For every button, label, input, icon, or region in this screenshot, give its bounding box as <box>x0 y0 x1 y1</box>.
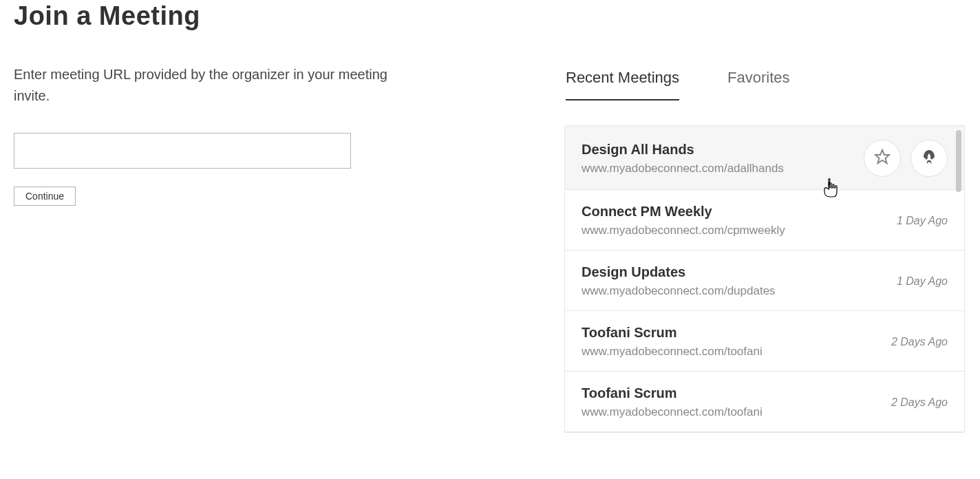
meeting-url: www.myadobeconnect.com/dupdates <box>582 284 776 298</box>
meeting-info: Design Updates www.myadobeconnect.com/du… <box>582 264 776 298</box>
meeting-url: www.myadobeconnect.com/cpmweekly <box>582 224 785 237</box>
meeting-url: www.myadobeconnect.com/adallhands <box>582 162 784 175</box>
meeting-time: 2 Days Ago <box>891 336 948 348</box>
meeting-title: Connect PM Weekly <box>582 204 785 220</box>
scrollbar-thumb[interactable] <box>956 130 961 192</box>
favorite-button[interactable] <box>864 140 901 177</box>
meeting-title: Toofani Scrum <box>582 325 763 341</box>
meeting-row-actions <box>864 140 948 177</box>
meeting-time: 1 Day Ago <box>897 275 948 288</box>
continue-button[interactable]: Continue <box>14 187 76 206</box>
meetings-panel: Recent Meetings Favorites Design All Han… <box>551 0 980 479</box>
rocket-icon <box>921 149 937 168</box>
meeting-info: Connect PM Weekly www.myadobeconnect.com… <box>582 204 785 237</box>
meetings-list: Design All Hands www.myadobeconnect.com/… <box>564 125 965 433</box>
meeting-info: Toofani Scrum www.myadobeconnect.com/too… <box>582 385 763 419</box>
launch-button[interactable] <box>910 140 948 177</box>
meeting-row[interactable]: Design Updates www.myadobeconnect.com/du… <box>565 251 964 311</box>
meeting-row[interactable]: Toofani Scrum www.myadobeconnect.com/too… <box>565 372 964 432</box>
join-meeting-panel: Join a Meeting Enter meeting URL provide… <box>0 0 551 479</box>
meeting-time: 1 Day Ago <box>897 215 948 227</box>
meeting-row[interactable]: Connect PM Weekly www.myadobeconnect.com… <box>565 190 964 251</box>
instructions-text: Enter meeting URL provided by the organi… <box>14 64 399 107</box>
scrollbar[interactable] <box>956 130 961 192</box>
page-title: Join a Meeting <box>14 1 537 31</box>
tab-recent-meetings[interactable]: Recent Meetings <box>566 69 679 100</box>
meeting-row[interactable]: Design All Hands www.myadobeconnect.com/… <box>565 126 964 190</box>
meeting-title: Toofani Scrum <box>582 385 763 401</box>
meeting-url: www.myadobeconnect.com/toofani <box>582 345 763 359</box>
meeting-title: Design Updates <box>582 264 776 280</box>
meeting-url: www.myadobeconnect.com/toofani <box>582 405 763 419</box>
meeting-info: Design All Hands www.myadobeconnect.com/… <box>582 142 784 175</box>
meeting-title: Design All Hands <box>582 142 784 158</box>
meeting-info: Toofani Scrum www.myadobeconnect.com/too… <box>582 325 763 359</box>
meetings-tabs: Recent Meetings Favorites <box>564 69 966 100</box>
meeting-row[interactable]: Toofani Scrum www.myadobeconnect.com/too… <box>565 311 964 372</box>
star-icon <box>874 149 891 168</box>
tab-favorites[interactable]: Favorites <box>727 69 789 100</box>
meeting-url-input[interactable] <box>14 133 351 169</box>
svg-marker-0 <box>875 150 889 163</box>
meeting-time: 2 Days Ago <box>891 396 948 409</box>
